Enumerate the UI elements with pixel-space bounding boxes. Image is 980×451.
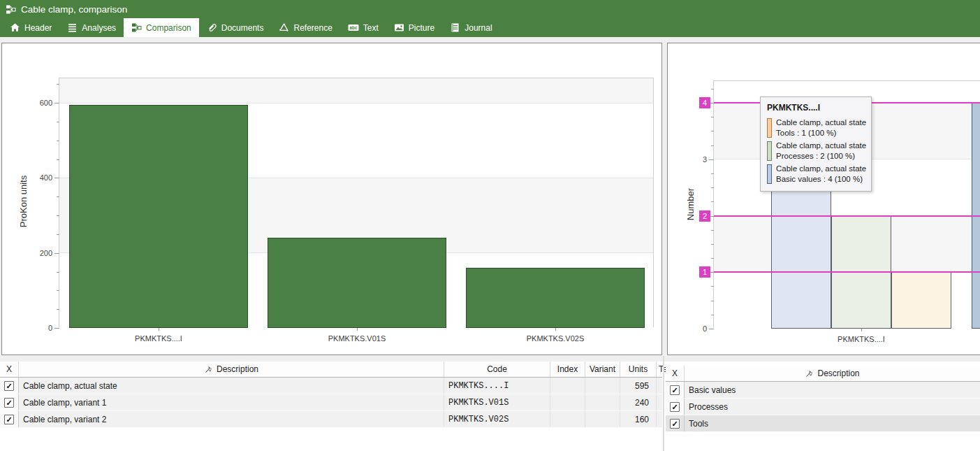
y-minor-tick (711, 145, 714, 146)
variants-table-row[interactable]: ✓Cable clamp, variant 2PKMKTKS.V02S160 (0, 411, 662, 428)
variant-cell (585, 411, 620, 427)
column-header-variant[interactable]: Variant (585, 361, 620, 377)
text-abc-icon: abc (348, 22, 359, 33)
code-cell: PKMKTKS.V02S (444, 411, 550, 427)
units-cell: 160 (620, 411, 657, 427)
tooltip-entry-text: Cable clamp, actual stateTools : 1 (100 … (776, 117, 866, 138)
home-icon (10, 22, 20, 33)
tab-text[interactable]: abc Text (340, 18, 386, 37)
column-header-units[interactable]: Units (620, 361, 657, 377)
variant-cell (585, 394, 620, 410)
variants-table-row[interactable]: ✓Cable clamp, variant 1PKMKTKS.V01S240 (0, 394, 662, 411)
tab-reference[interactable]: Reference (271, 18, 339, 37)
truncated-cell (657, 411, 662, 427)
y-tick-label: 3 (680, 154, 707, 165)
row-checkbox[interactable]: ✓ (4, 415, 14, 424)
pin-icon (204, 365, 213, 374)
y-minor-tick (711, 131, 714, 131)
y-minor-tick (57, 215, 59, 216)
column-header-code[interactable]: Code (444, 361, 550, 377)
tooltip-series-swatch (767, 118, 772, 138)
y-minor-tick (57, 234, 59, 235)
description-cell: Basic values (685, 382, 980, 398)
tooltip-entry-text: Cable clamp, actual stateBasic values : … (776, 164, 866, 185)
x-category-label: PKMKTKS....I (69, 334, 248, 343)
row-checkbox[interactable]: ✓ (670, 402, 680, 412)
app-comparison-icon (6, 4, 16, 15)
tooltip-title: PKMKTKS....I (767, 103, 865, 113)
y-minor-tick (711, 286, 714, 287)
highlight-line-2 (714, 215, 980, 217)
tab-label: Analyses (82, 23, 116, 33)
variants-table: X Description Code Index Variant Units T… (0, 361, 662, 428)
column-header-x[interactable]: X (0, 361, 19, 377)
column-header-description[interactable]: Description (685, 366, 980, 381)
tooltip-entry: Cable clamp, actual stateTools : 1 (100 … (767, 117, 865, 138)
categories-table-row[interactable]: ✓Tools (666, 415, 980, 432)
categories-table-row[interactable]: ✓Basic values (666, 382, 980, 399)
y-minor-tick (711, 244, 714, 245)
prokon-units-bar[interactable] (466, 268, 645, 328)
tab-label: Picture (409, 23, 434, 33)
index-cell (550, 394, 585, 410)
tooltip-series-swatch (767, 164, 772, 184)
y-tick-label: 200 (19, 248, 52, 259)
chart-band (59, 78, 653, 103)
units-cell: 240 (620, 394, 657, 410)
y-minor-tick (711, 187, 714, 188)
tooltip-entry: Cable clamp, actual stateBasic values : … (767, 164, 865, 185)
y-minor-tick (57, 122, 59, 122)
truncated-cell (657, 394, 662, 410)
tab-journal[interactable]: Journal (442, 18, 499, 37)
right-chart-y-axis-label: Number (685, 188, 696, 220)
y-minor-tick (57, 84, 59, 85)
column-header-truncated[interactable]: Ta (657, 361, 662, 377)
y-major-tick (709, 159, 714, 160)
table-splitter[interactable] (663, 356, 664, 451)
tab-analyses[interactable]: Analyses (59, 18, 124, 37)
tab-documents[interactable]: Documents (199, 18, 272, 37)
column-header-description[interactable]: Description (19, 361, 444, 377)
categories-table-header: X Description (666, 366, 980, 382)
column-header-index[interactable]: Index (550, 361, 585, 377)
variant-cell (585, 378, 620, 394)
paperclip-icon (207, 22, 217, 33)
pin-icon (805, 369, 814, 378)
prokon-units-bar-chart[interactable]: 0200400600PKMKTKS....IPKMKTKS.V01SPKMKTK… (59, 78, 654, 327)
y-tick-label: 600 (19, 97, 52, 108)
reference-recycle-icon (279, 22, 289, 33)
description-cell: Cable clamp, actual state (19, 378, 444, 394)
number-chart-panel: Number 03PKMKTKS....I124 PKMKTKS....I Ca… (667, 43, 980, 355)
highlight-line-1 (714, 271, 980, 273)
description-cell: Cable clamp, variant 2 (19, 411, 444, 427)
row-checkbox[interactable]: ✓ (4, 398, 14, 408)
tab-label: Comparison (146, 23, 191, 33)
prokon-units-bar[interactable] (69, 105, 248, 328)
prokon-units-chart-panel: ProKon units 0200400600PKMKTKS....IPKMKT… (1, 43, 662, 355)
tooltip-line2: Tools : 1 (100 %) (776, 128, 866, 138)
highlight-tick-badge-4: 4 (699, 97, 710, 108)
number-bar-tools[interactable] (891, 272, 951, 329)
column-header-x[interactable]: X (666, 366, 685, 381)
prokon-units-bar[interactable] (268, 238, 446, 328)
row-checkbox[interactable]: ✓ (4, 381, 14, 391)
row-checkbox[interactable]: ✓ (670, 419, 680, 429)
tooltip-line2: Processes : 2 (100 %) (776, 151, 866, 162)
highlight-tick-badge-2: 2 (699, 210, 710, 222)
tab-comparison[interactable]: Comparison (124, 18, 199, 37)
x-category-label: PKMKTKS.V01S (268, 334, 446, 343)
y-tick-label: 400 (19, 172, 52, 183)
y-minor-tick (711, 117, 714, 117)
tooltip-line1: Cable clamp, actual state (776, 164, 866, 174)
tab-header[interactable]: Header (2, 18, 59, 37)
categories-table-row[interactable]: ✓Processes (666, 399, 980, 415)
row-checkbox[interactable]: ✓ (670, 385, 680, 395)
code-cell: PKMKTKS.V01S (444, 394, 550, 410)
y-minor-tick (57, 309, 59, 310)
code-cell: PKMKTKS....I (444, 378, 550, 394)
y-minor-tick (711, 173, 714, 174)
variants-table-row[interactable]: ✓Cable clamp, actual statePKMKTKS....I59… (0, 378, 662, 394)
tab-picture[interactable]: Picture (386, 18, 442, 37)
x-tick (555, 328, 556, 331)
y-tick-label: 0 (680, 323, 707, 334)
